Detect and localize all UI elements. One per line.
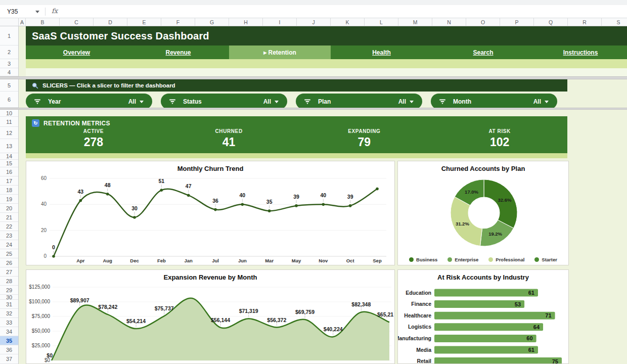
row-header-24[interactable]: 24 xyxy=(0,240,18,249)
metric-value: 102 xyxy=(490,135,509,149)
tab-retention[interactable]: ▸ Retention xyxy=(229,46,331,59)
name-box[interactable]: Y35 xyxy=(0,5,32,18)
row-header-10[interactable]: 10 xyxy=(0,110,18,117)
legend-color-dot xyxy=(447,257,452,262)
legend-item-business: Business xyxy=(409,257,437,262)
column-header-C[interactable]: C xyxy=(60,18,94,26)
row-header-28[interactable]: 28 xyxy=(0,277,18,286)
column-header-M[interactable]: M xyxy=(398,18,432,26)
tab-instructions[interactable]: Instructions xyxy=(534,46,627,59)
page-title: SaaS Customer Success Dashboard xyxy=(26,30,209,42)
filter-icon xyxy=(439,99,446,105)
row-header-14[interactable]: 14 xyxy=(0,153,18,160)
legend-color-dot xyxy=(409,257,414,262)
metric-active: ACTIVE278 xyxy=(26,128,161,153)
chart-monthly-churn-trend[interactable]: Monthly Churn Trend 0204060043Apr48Aug30… xyxy=(26,161,395,265)
row-header-1[interactable]: 1 xyxy=(0,26,18,46)
select-all-corner[interactable] xyxy=(0,18,19,26)
column-header-H[interactable]: H xyxy=(229,18,263,26)
row-header-35[interactable]: 35 xyxy=(0,336,18,345)
tab-overview[interactable]: Overview xyxy=(26,46,127,59)
column-header-A[interactable]: A xyxy=(19,18,26,26)
legend-item-starter: Starter xyxy=(534,257,557,262)
column-header-Q[interactable]: Q xyxy=(534,18,568,26)
svg-text:$78,242: $78,242 xyxy=(98,304,117,310)
slicer-status[interactable]: StatusAll xyxy=(161,94,287,109)
tab-health[interactable]: Health xyxy=(331,46,432,59)
column-header-N[interactable]: N xyxy=(432,18,466,26)
row-header-21[interactable]: 21 xyxy=(0,213,18,222)
row-header-20[interactable]: 20 xyxy=(0,204,18,213)
chevron-down-icon[interactable] xyxy=(35,11,39,13)
row-header-30[interactable]: 30 xyxy=(0,295,18,300)
tab-search[interactable]: Search xyxy=(432,46,534,59)
slicers-banner: SLICERS — Click a slicer to filter the d… xyxy=(26,79,567,92)
svg-text:40: 40 xyxy=(320,192,326,198)
row-header-31[interactable]: 31 xyxy=(0,300,18,309)
column-header-K[interactable]: K xyxy=(331,18,365,26)
row-header-13[interactable]: 13 xyxy=(0,139,18,153)
row-header-15[interactable]: 15 xyxy=(0,160,18,167)
column-header-L[interactable]: L xyxy=(365,18,398,26)
row-header-25[interactable]: 25 xyxy=(0,249,18,258)
svg-text:0: 0 xyxy=(52,244,55,250)
column-header-B[interactable]: B xyxy=(26,18,60,26)
column-header-I[interactable]: I xyxy=(263,18,297,26)
row-header-11[interactable]: 11 xyxy=(0,117,18,127)
row-header-16[interactable]: 16 xyxy=(0,167,18,176)
row-header-19[interactable]: 19 xyxy=(0,195,18,204)
row-header-27[interactable]: 27 xyxy=(0,267,18,277)
row-header-34[interactable]: 34 xyxy=(0,327,18,336)
svg-text:$56,372: $56,372 xyxy=(267,317,286,323)
column-header-D[interactable]: D xyxy=(94,18,127,26)
svg-text:Logistics: Logistics xyxy=(408,324,431,330)
svg-text:39: 39 xyxy=(347,194,353,200)
row-header-18[interactable]: 18 xyxy=(0,186,18,195)
column-header-O[interactable]: O xyxy=(466,18,500,26)
fx-icon: fx xyxy=(52,7,58,15)
row-header-36[interactable]: 36 xyxy=(0,345,18,354)
row-header-33[interactable]: 33 xyxy=(0,318,18,327)
chart-at-risk-accounts-by-industry[interactable]: At Risk Accounts by Industry Education61… xyxy=(397,269,569,364)
row-header-22[interactable]: 22 xyxy=(0,222,18,231)
column-header-J[interactable]: J xyxy=(297,18,331,26)
row-header-29[interactable]: 29 xyxy=(0,286,18,295)
row-header-32[interactable]: 32 xyxy=(0,309,18,318)
svg-text:20: 20 xyxy=(41,228,47,233)
column-header-S[interactable]: S xyxy=(602,18,627,26)
svg-text:$56,144: $56,144 xyxy=(211,317,230,323)
row-header-37[interactable]: 37 xyxy=(0,354,18,364)
row-header-3[interactable]: 3 xyxy=(0,59,18,68)
slicer-year[interactable]: YearAll xyxy=(26,94,152,109)
row-header-4[interactable]: 4 xyxy=(0,68,18,76)
row-header-23[interactable]: 23 xyxy=(0,231,18,240)
refresh-icon xyxy=(32,119,39,127)
svg-text:$65,21: $65,21 xyxy=(377,311,393,317)
metric-expanding: EXPANDING79 xyxy=(297,128,432,153)
tab-revenue[interactable]: Revenue xyxy=(127,46,229,59)
metric-label: AT RISK xyxy=(488,128,510,134)
legend-color-dot xyxy=(488,257,493,262)
row-header-17[interactable]: 17 xyxy=(0,176,18,186)
row-header-26[interactable]: 26 xyxy=(0,258,18,267)
row-header-5[interactable]: 5 xyxy=(0,79,18,92)
column-header-P[interactable]: P xyxy=(500,18,534,26)
column-header-F[interactable]: F xyxy=(161,18,195,26)
slicer-month[interactable]: MonthAll xyxy=(431,94,557,109)
column-header-R[interactable]: R xyxy=(568,18,602,26)
column-header-G[interactable]: G xyxy=(195,18,229,26)
svg-text:$100,000: $100,000 xyxy=(29,299,50,304)
column-header-E[interactable]: E xyxy=(127,18,161,26)
slicer-plan[interactable]: PlanAll xyxy=(296,94,422,109)
column-headers: ABCDEFGHIJKLMNOPQRS xyxy=(19,18,627,26)
row-header-2[interactable]: 2 xyxy=(0,46,18,59)
chart-churned-accounts-by-plan[interactable]: Churned Accounts by Plan 32.6%19.2%31.2%… xyxy=(397,161,569,265)
row-header-12[interactable]: 12 xyxy=(0,127,18,139)
svg-text:Finance: Finance xyxy=(411,301,431,307)
svg-text:32.6%: 32.6% xyxy=(498,197,512,203)
svg-text:36: 36 xyxy=(212,198,218,204)
toolbar-strip xyxy=(0,0,627,5)
accent-band xyxy=(26,59,627,68)
svg-text:$125,000: $125,000 xyxy=(29,284,50,290)
chart-expansion-revenue-by-month[interactable]: Expansion Revenue by Month $125,000$100,… xyxy=(26,269,395,364)
